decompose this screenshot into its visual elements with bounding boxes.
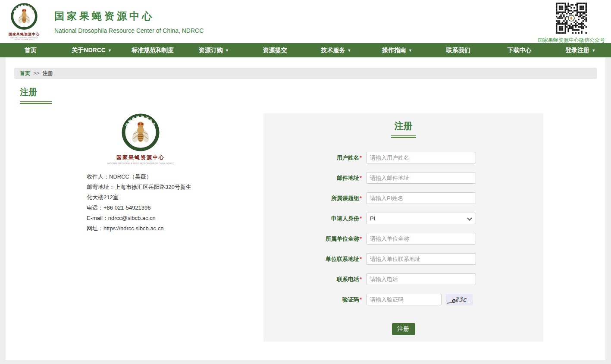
content-wrapper: 首页 >> 注册 注册 国家果蝇资源中心 国家果蝇资源中心 NATIONAL D… [6,57,605,360]
field-label-applicant-role: 申请人身份* [263,215,366,223]
institution-address-input[interactable] [366,253,476,265]
nav-item-0[interactable]: 首页 [0,43,61,57]
form-title: 注册 [263,120,543,132]
logo-caption-en: NATIONAL DROSOPHILA RESOURCE CENTER OF C… [7,37,41,40]
required-asterisk: * [360,175,362,181]
captcha-noise-line [467,303,471,303]
page-title: 注册 [20,86,597,98]
site-title-block: 国家果蝇资源中心 National Drosophila Resource Ce… [54,9,204,34]
nav-item-9[interactable]: 登录注册▼ [550,43,611,57]
nav-item-7[interactable]: 联系我们 [428,43,489,57]
form-row-username: 用户姓名* [263,152,543,163]
nav-item-2[interactable]: 标准规范和制度 [122,43,183,57]
nav-item-label: 登录注册 [565,47,589,54]
form-row-applicant-role: 申请人身份*PI [263,213,543,224]
nav-item-label: 技术服务 [321,47,345,54]
required-asterisk: * [360,215,362,222]
field-label-username: 用户姓名* [263,154,366,162]
phone-input[interactable] [366,273,476,285]
nav-item-label: 联系我们 [446,47,470,54]
required-asterisk: * [360,154,362,161]
applicant-role-select[interactable]: PI [366,213,476,224]
institution-input[interactable] [366,233,476,245]
emblem-caption: 国家果蝇资源中心 [87,154,194,161]
contact-panel: 国家果蝇资源中心 国家果蝇资源中心 NATIONAL DROSOPHILA RE… [14,113,263,342]
page: 国家果蝇资源中心 国家果蝇资源中心 NATIONAL DROSOPHILA RE… [0,0,611,360]
contact-info-list: 收件人：NDRCC（吴薇）邮寄地址：上海市徐汇区岳阳路320号新生化大楼212室… [87,172,194,234]
chevron-down-icon: ▼ [592,48,595,53]
chevron-down-icon: ▼ [108,48,112,53]
breadcrumb-current: 注册 [43,70,53,76]
nav-item-label: 资源提交 [263,47,287,54]
required-asterisk: * [360,256,362,262]
contact-line-5: 网址：https://ndrcc.sibcb.ac.cn [87,223,194,234]
nav-item-5[interactable]: 技术服务▼ [306,43,367,57]
site-subtitle: National Drosophila Resource Center of C… [54,27,204,34]
username-input[interactable] [366,152,476,163]
field-label-captcha: 验证码* [263,296,366,304]
form-row-institution-address: 单位联系地址* [263,253,543,265]
field-label-institution: 所属单位全称* [263,235,366,243]
nav-item-label: 操作指南 [382,47,406,54]
nav-item-8[interactable]: 下载中心 [489,43,550,57]
required-asterisk: * [360,235,362,242]
contact-line-0: 收件人：NDRCC（吴薇） [87,172,194,182]
email-input[interactable] [366,172,476,184]
required-asterisk: * [360,276,362,282]
form-title-underline [391,135,416,138]
chevron-down-icon: ▼ [408,48,412,53]
captcha-input[interactable] [366,294,442,305]
wechat-qr-block: 国家果蝇资源中心微信公众号 [538,0,605,44]
main-content: 国家果蝇资源中心 国家果蝇资源中心 NATIONAL DROSOPHILA RE… [14,113,597,342]
nav-item-label: 下载中心 [507,47,531,54]
ndrcc-emblem-icon: 国家果蝇资源中心 [6,3,43,31]
required-asterisk: * [360,195,362,201]
pi-group-input[interactable] [366,192,476,204]
field-label-pi-group: 所属课题组* [263,195,366,202]
form-row-phone: 联系电话* [263,273,543,285]
contact-line-3: 电话：+86 021-54921396 [87,203,194,213]
site-logo[interactable]: 国家果蝇资源中心 国家果蝇资源中心 NATIONAL DROSOPHILA RE… [6,3,43,41]
logo-caption: 国家果蝇资源中心 [6,32,43,37]
contact-line-2: 化大楼212室 [87,192,194,203]
wechat-qr-code [538,3,605,35]
ndrcc-emblem-icon: 国家果蝇资源中心 [87,113,194,153]
site-title: 国家果蝇资源中心 [54,9,204,23]
breadcrumb-separator: >> [33,70,39,76]
field-label-phone: 联系电话* [263,276,366,283]
required-asterisk: * [360,296,362,303]
contact-line-4: E-mail：ndrcc@sibcb.ac.cn [87,213,194,223]
nav-item-3[interactable]: 资源订购▼ [183,43,244,57]
breadcrumb-home-link[interactable]: 首页 [20,70,30,76]
captcha-char: c [463,295,468,304]
breadcrumb: 首页 >> 注册 [14,68,597,79]
nav-item-label: 关于NDRCC [72,47,106,54]
form-row-captcha: 验证码*ez3c [263,294,543,305]
nav-item-1[interactable]: 关于NDRCC▼ [61,43,122,57]
wechat-qr-caption: 国家果蝇资源中心微信公众号 [538,37,605,44]
form-row-email: 邮件地址* [263,172,543,184]
form-rows: 用户姓名*邮件地址*所属课题组*申请人身份*PI所属单位全称*单位联系地址*联系… [263,152,543,305]
contact-line-1: 邮寄地址：上海市徐汇区岳阳路320号新生 [87,182,194,192]
chevron-down-icon: ▼ [225,48,229,53]
form-row-pi-group: 所属课题组* [263,192,543,204]
form-row-institution: 所属单位全称* [263,233,543,245]
nav-item-label: 标准规范和制度 [132,47,174,54]
nav-item-6[interactable]: 操作指南▼ [367,43,428,57]
registration-form-panel: 注册 用户姓名*邮件地址*所属课题组*申请人身份*PI所属单位全称*单位联系地址… [263,113,543,342]
captcha-image[interactable]: ez3c [446,294,473,305]
field-label-email: 邮件地址* [263,174,366,182]
page-title-underline [20,101,52,104]
nav-item-4[interactable]: 资源提交 [244,43,306,57]
chevron-down-icon: ▼ [347,48,351,53]
site-header: 国家果蝇资源中心 国家果蝇资源中心 NATIONAL DROSOPHILA RE… [0,0,611,43]
field-label-institution-address: 单位联系地址* [263,255,366,263]
main-nav: 首页关于NDRCC▼标准规范和制度资源订购▼资源提交技术服务▼操作指南▼联系我们… [0,43,611,57]
emblem-caption-en: NATIONAL DROSOPHILA RESOURCE CENTER OF C… [87,162,194,165]
register-submit-button[interactable]: 注册 [392,323,415,335]
nav-item-label: 资源订购 [199,47,223,54]
nav-item-label: 首页 [25,47,37,54]
